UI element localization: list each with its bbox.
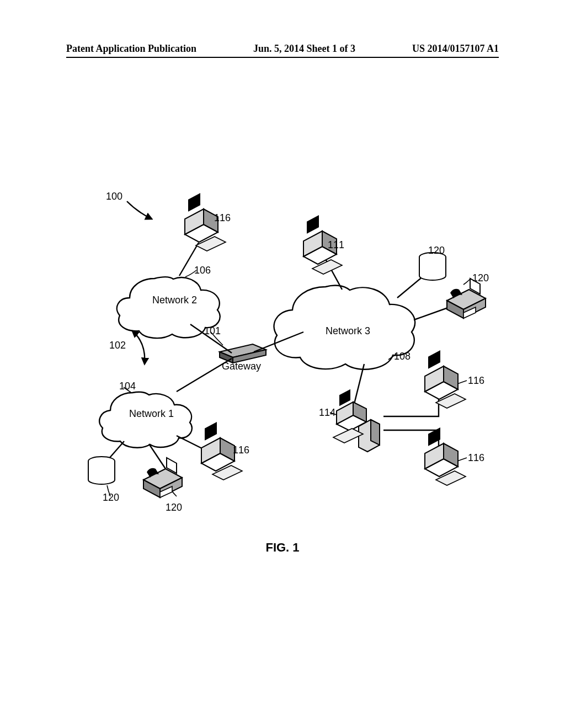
terminal-icon xyxy=(425,350,466,408)
figure-svg xyxy=(66,188,499,529)
ref-116-c: 116 xyxy=(468,375,484,387)
network-2-label: Network 2 xyxy=(152,295,197,306)
ref-111: 111 xyxy=(328,239,344,251)
system-ref-arrow xyxy=(127,201,152,219)
figure-canvas: 100 102 Network 2 106 Network 1 104 Netw… xyxy=(66,188,499,529)
ref-102: 102 xyxy=(109,340,126,351)
ref-106: 106 xyxy=(194,265,211,276)
network-1-cloud xyxy=(99,392,192,448)
bidir-arrow-icon xyxy=(132,331,145,364)
ref-114: 114 xyxy=(319,407,335,419)
ref-120-c: 120 xyxy=(103,492,119,504)
page: Patent Application Publication Jun. 5, 2… xyxy=(0,0,565,728)
gateway-icon xyxy=(220,344,266,363)
figure-caption: FIG. 1 xyxy=(0,540,565,555)
svg-rect-17 xyxy=(205,422,217,441)
ref-104: 104 xyxy=(119,381,136,392)
server-icon xyxy=(333,389,380,452)
gateway-label: Gateway xyxy=(222,361,261,372)
leader-lines xyxy=(107,220,470,496)
svg-rect-15 xyxy=(428,350,440,369)
header-left: Patent Application Publication xyxy=(66,43,196,55)
ref-116-b: 116 xyxy=(233,445,249,456)
network-3-label: Network 3 xyxy=(326,325,370,337)
ref-100: 100 xyxy=(106,191,122,202)
svg-line-10 xyxy=(353,364,364,408)
page-header: Patent Application Publication Jun. 5, 2… xyxy=(66,43,499,58)
database-icon xyxy=(419,253,446,280)
fax-icon xyxy=(447,279,486,318)
ref-116-a: 116 xyxy=(214,212,231,224)
svg-rect-11 xyxy=(188,193,200,212)
ref-101: 101 xyxy=(204,325,221,337)
svg-rect-12 xyxy=(307,215,319,234)
header-center: Jun. 5, 2014 Sheet 1 of 3 xyxy=(253,43,355,55)
network-1-label: Network 1 xyxy=(129,408,174,420)
header-right: US 2014/0157107 A1 xyxy=(412,43,499,55)
terminal-icon xyxy=(425,427,466,485)
ref-120-a: 120 xyxy=(428,245,445,256)
ref-120-b: 120 xyxy=(472,272,489,284)
ref-108: 108 xyxy=(394,351,411,362)
svg-rect-14 xyxy=(339,389,350,406)
ref-116-d: 116 xyxy=(468,452,484,464)
ref-120-d: 120 xyxy=(166,502,182,513)
database-icon xyxy=(88,457,115,484)
